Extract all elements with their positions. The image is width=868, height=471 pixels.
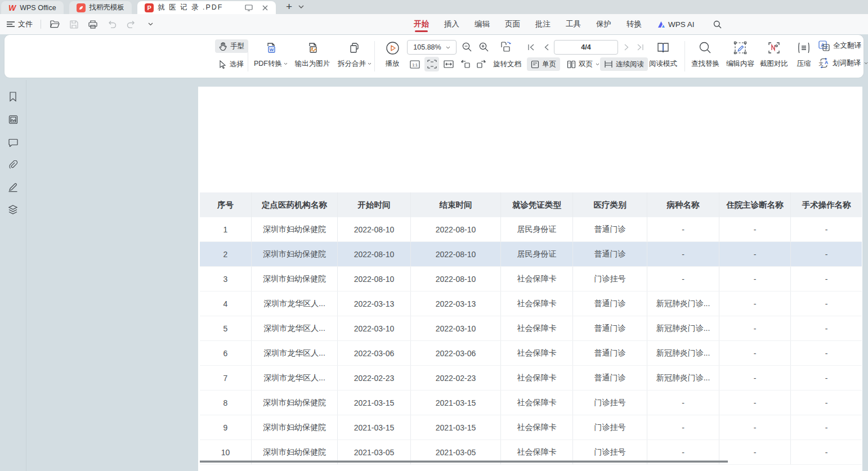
menu-item-tools[interactable]: 工具 [566,14,581,34]
table-cell: 3 [200,267,252,291]
menu-item-comment[interactable]: 批注 [535,14,551,34]
bookmark-icon[interactable] [7,91,19,102]
table-cell: 2022-08-10 [411,217,501,241]
find-replace-button[interactable]: 查找替换 [688,39,723,69]
layers-icon[interactable] [7,204,19,215]
redo-icon[interactable] [126,19,137,30]
signature-icon[interactable] [7,182,19,193]
table-cell: - [791,415,862,439]
chevron-down-icon [446,46,450,49]
tab-wps-office[interactable]: W WPS Office [1,1,64,14]
table-cell: 2022-03-10 [338,316,411,340]
zoom-level-select[interactable]: 105.88% [407,40,457,55]
double-page-label: 双页 [579,60,593,69]
screenshot-compare-button[interactable]: 截图对比 [757,39,791,69]
svg-text:1:1: 1:1 [412,62,418,66]
select-tool-button[interactable]: 选择 [215,57,248,71]
rotate-right-button[interactable] [474,57,489,71]
select-tool-label: 选择 [230,60,244,69]
previous-page-button[interactable] [539,40,554,55]
table-cell: - [791,341,862,365]
table-cell: - [719,267,791,291]
page-number-input[interactable]: 4/4 [554,40,618,55]
full-translate-label: 全文翻译 [833,41,861,51]
double-page-icon [567,60,576,69]
word-translate-icon: 文 A [818,58,829,68]
single-page-button[interactable]: 单页 [527,57,560,71]
menu-item-convert[interactable]: 转换 [627,14,642,34]
fit-width-button[interactable] [441,57,456,71]
play-button[interactable]: 播放 [379,39,405,69]
word-translate-label: 划词翻译 [833,59,861,68]
actual-size-button[interactable]: 1:1 [408,57,422,71]
table-cell: - [647,267,719,291]
chevron-down-icon [864,62,868,65]
pdf-convert-button[interactable]: W PDF转换 [250,39,292,69]
menu-item-home[interactable]: 开始 [414,14,429,34]
print-icon[interactable] [87,19,99,30]
first-page-button[interactable] [524,40,538,55]
file-menu-button[interactable]: 文件 [7,19,33,29]
table-cell: 普通门诊 [573,242,647,266]
fit-page-button[interactable] [424,57,439,71]
single-page-icon [531,60,539,69]
menu-item-edit[interactable]: 编辑 [475,14,490,34]
pdf-file-icon: P [145,3,154,12]
split-merge-label: 拆分合并 [338,59,366,69]
close-tab-icon[interactable] [259,2,271,14]
more-actions-chevron-icon[interactable] [145,19,156,30]
table-cell: 深圳市龙华区人... [252,316,338,340]
table-cell: - [719,415,791,439]
document-area: 序号定点医药机构名称开始时间结束时间就诊凭证类型医疗类别病种名称住院主诊断名称手… [0,80,868,471]
zoom-in-button[interactable] [476,39,491,54]
save-icon[interactable] [68,19,79,30]
new-tab-button[interactable]: + [283,1,295,13]
horizontal-scrollbar[interactable] [200,460,728,463]
undo-icon[interactable] [106,19,118,30]
svg-text:字: 字 [824,46,829,51]
export-as-image-button[interactable]: 输出为图片 [290,39,334,69]
edit-content-button[interactable]: 编辑内容 [723,39,758,69]
split-merge-button[interactable]: 拆分合并 [333,39,376,69]
zoom-out-button[interactable] [459,39,474,54]
rotate-document-icon[interactable] [498,38,514,55]
wps-ai-button[interactable]: WPS AI [657,20,695,29]
table-cell: 普通门诊 [573,291,647,316]
compress-button[interactable]: 压缩 [791,39,816,69]
table-header-cell: 住院主诊断名称 [719,192,791,217]
rotate-document-label[interactable]: 旋转文档 [493,60,521,69]
comment-icon[interactable] [7,137,19,148]
play-icon [379,39,405,56]
next-page-button[interactable] [619,40,634,55]
divider [248,41,248,71]
continuous-read-button[interactable]: 连续阅读 [600,57,648,71]
tab-document-pdf[interactable]: P 就 医 记 录 .PDF [137,1,276,14]
table-cell: 2022-08-10 [338,267,411,291]
menu-item-insert[interactable]: 插入 [444,14,459,34]
hand-tool-button[interactable]: 手型 [215,39,248,53]
menu-item-page[interactable]: 页面 [505,14,520,34]
word-translate-button[interactable]: 文 A 划词翻译 [818,58,868,68]
export-image-label: 输出为图片 [295,59,330,69]
thumbnail-icon[interactable] [7,114,19,125]
read-mode-button[interactable]: 阅读模式 [646,39,681,69]
open-file-icon[interactable] [49,19,60,30]
table-cell: 9 [200,415,252,439]
edit-content-icon [723,39,758,56]
table-cell: - [647,391,719,415]
table-header-cell: 手术操作名称 [791,192,862,217]
screen-share-icon[interactable] [243,2,255,14]
attachment-icon[interactable] [7,159,19,171]
double-page-button[interactable]: 双页 [563,57,603,71]
export-image-icon [290,39,334,56]
menu-search-icon[interactable] [712,19,723,30]
table-cell: 2022-03-06 [411,341,501,365]
pdf-convert-icon: W [250,39,292,56]
tab-docer-templates[interactable]: 找稻壳模板 [69,1,132,14]
menu-item-protect[interactable]: 保护 [596,14,611,34]
wps-ai-icon [657,21,665,28]
tab-list-chevron-icon[interactable] [295,1,307,13]
rotate-left-button[interactable] [458,57,473,71]
full-translate-button[interactable]: A 字 全文翻译 [818,41,861,51]
wps-ai-label: WPS AI [668,20,695,29]
